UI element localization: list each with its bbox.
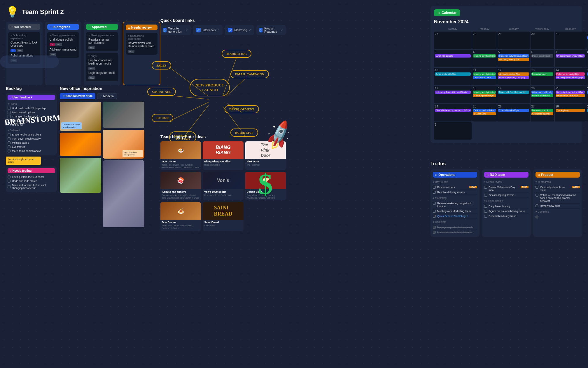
todos-item-text: Figure out salmon basing issue [489, 210, 525, 213]
checkbox[interactable] [433, 231, 436, 234]
checkbox[interactable] [433, 215, 436, 218]
checkbox[interactable] [433, 186, 436, 189]
quick-link-icon: 🔗 [228, 28, 232, 32]
office-img-warm2: Not a fan of the orange accent [103, 130, 144, 159]
checkbox[interactable] [484, 210, 487, 213]
checkbox[interactable] [433, 191, 436, 194]
backlog-section: Backlog :: User feedback ▾ Fixing Undo r… [6, 86, 57, 194]
restaurant-name: Biang Biang Noodles [204, 160, 242, 163]
restaurant-details: Ramen and sake dishes | Kobuta and Take … [162, 194, 200, 199]
cal-day-header-wed: Wednesday [531, 27, 554, 31]
checkbox[interactable] [536, 186, 538, 189]
sprint-card: ▾ Sharing permissions UI dialogue polish… [47, 32, 79, 58]
tab-modern[interactable]: :: Modern [97, 93, 117, 99]
col-icon: :: [88, 25, 90, 29]
cal-cell-oct27: 27 [434, 32, 472, 49]
todos-item-text: Resolve delivery issues [437, 191, 465, 194]
office-img-green [60, 158, 101, 193]
backlog-group-header-needs-testing: :: Needs testing [8, 168, 55, 173]
calendar-button[interactable]: :: Calendar [434, 9, 460, 16]
todos-item-meeting-marketing: Meeting with Marketing team [433, 209, 477, 214]
checkbox[interactable] [433, 210, 436, 213]
todos-col-label: R&D team [490, 173, 505, 176]
restaurant-info: Von's 1000 spirits Restaurant & bar, Sea… [203, 189, 243, 198]
tab-scandanavian-style[interactable]: :: Scandanavian style [60, 93, 95, 99]
todos-title: To-dos [430, 161, 582, 166]
backlog-item: Undo redo with 2/3 finger tap [8, 106, 55, 110]
checkbox[interactable] [536, 216, 538, 218]
col-label: Approved [92, 25, 106, 29]
checkbox[interactable] [433, 226, 436, 229]
team-sprint-header: 💡 Team Sprint 2 [6, 6, 160, 18]
quick-link-marketing[interactable]: 🔗 Marketing ↗ [225, 25, 254, 35]
cal-day-header-sun: Sunday [434, 27, 472, 31]
backlog-item: Eraser tool erasing pixels [8, 133, 55, 137]
quick-link-label: Product Roadmap [264, 27, 279, 33]
restaurant-name: Von's 1000 spirits [204, 190, 242, 193]
todos-item-refine-ai: Refine AI: meal personalization based on… [536, 193, 580, 204]
bulb-icon: 💡 [6, 6, 19, 18]
checkbox[interactable] [484, 194, 487, 197]
quick-links-section: Quick board links 🔗 Website generation ↗… [160, 18, 286, 35]
sprint-card-task: Rewrite sharing permissions [88, 38, 116, 44]
restaurant-card-kobuta: 🍣 Kobuta and Oisomi Ramen and sake dishe… [160, 172, 201, 200]
backlog-group-icon: :: [9, 169, 11, 172]
sprint-columns: :: Not started ▾ Onboarding experience C… [6, 22, 160, 85]
quick-link-interviews[interactable]: 🔗 Interviews ↗ [193, 25, 223, 35]
checkbox[interactable] [484, 186, 487, 189]
quick-link-label: Interviews [202, 29, 216, 32]
svg-line-2 [169, 102, 209, 121]
office-col-right: Not a fan of the orange accent [103, 102, 144, 227]
quick-link-ext: ↗ [217, 29, 220, 32]
office-img-modern [103, 160, 144, 227]
office-img-warm-dining: I like the blue accent here, looks nice [60, 102, 101, 131]
restaurant-details: Asian Food | Italian Food Twisted | Crab… [162, 224, 200, 230]
cal-day-header-tue: Tuesday [497, 27, 530, 31]
todos-col-icon: :: [538, 173, 540, 176]
quick-link-ext: ↗ [281, 29, 283, 32]
col-icon: :: [50, 25, 52, 29]
todos-item-text: Finalize Spring flavors [489, 194, 514, 197]
cal-cell-empty-2 [497, 122, 530, 140]
quick-link-product-roadmap[interactable]: 🔗 Product Roadmap ↗ [256, 25, 286, 35]
cal-cell-nov4: 4Morning sprint planning [472, 50, 497, 67]
mindmap-node-social-ads: SOCIAL ADS [147, 88, 176, 96]
col-header-not-started: :: Not started [8, 24, 40, 30]
col-icon: :: [10, 25, 13, 29]
restaurant-img-biang: BIANGBIANG [203, 141, 243, 159]
backlog-item: Back and forward buttons not changing br… [8, 183, 55, 190]
cal-cell-nov19: 19Pilates with Jen, Katy and Jill [497, 86, 530, 103]
todos-item-manage-stock: Manage ingredient stock levels [433, 225, 477, 230]
checkbox[interactable] [484, 215, 487, 218]
calendar-month-title: November 2024 [434, 19, 579, 25]
checkbox[interactable] [433, 202, 436, 205]
cal-cell-nov13: 13Focus work day [531, 68, 554, 85]
backlog-group-header-user-feedback: :: User feedback [8, 95, 55, 100]
tab-icon: :: [63, 94, 65, 98]
col-label: Needs review [131, 26, 152, 29]
todos-col-label: Operations [438, 173, 455, 176]
sticky-blue: I like the blue accent here, looks nice [61, 122, 82, 129]
todos-section-in-progress-product: ▾ In progress [536, 180, 580, 184]
team-sprint-section: 💡 Team Sprint 2 :: Not started ▾ Onboard… [6, 6, 160, 85]
backlog-group-label: Needs testing [13, 169, 32, 172]
quick-link-website-generation[interactable]: 🔗 Website generation ↗ [160, 25, 191, 35]
office-img-orange [60, 133, 101, 156]
restaurant-card-vons: Von's Von's 1000 spirits Restaurant & ba… [203, 172, 243, 200]
checkbox[interactable] [536, 204, 538, 207]
restaurant-img-due-cucina-1: 🍜 [160, 141, 201, 159]
mindmap-section: SALES SOCIAL ADS DESIGN USABILITYTESTING… [146, 38, 271, 146]
todos-item-research-industry: Research industry trend [484, 214, 528, 218]
sprint-card-new: new [88, 67, 95, 70]
todos-item-text: Inspect create before dispatch [437, 231, 473, 234]
todos-section-marketing: ▾ Marketing [433, 196, 477, 200]
quick-links-row: 🔗 Website generation ↗ 🔗 Interviews ↗ 🔗 … [160, 25, 286, 35]
sprint-col-in-progress: :: In progress ▾ Sharing permissions UI … [45, 22, 82, 85]
backlog-group-icon: :: [9, 96, 11, 99]
backlog-item: More items behind/above [8, 149, 55, 153]
checkbox[interactable] [484, 205, 487, 208]
backlog-item: Turn down brush opacity [8, 137, 55, 141]
mindmap-node-marketing: MARKETING [222, 50, 251, 58]
checkbox[interactable] [536, 194, 538, 197]
sprint-card-task: UI dialogue polish [50, 38, 77, 41]
